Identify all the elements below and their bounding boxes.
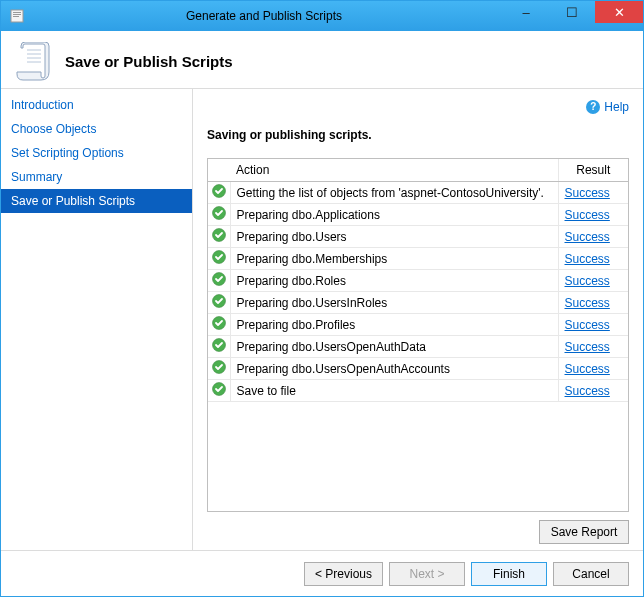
success-icon: [208, 226, 230, 248]
sidebar-item-1[interactable]: Choose Objects: [1, 117, 192, 141]
previous-button[interactable]: < Previous: [304, 562, 383, 586]
cancel-button[interactable]: Cancel: [553, 562, 629, 586]
action-cell: Preparing dbo.Users: [230, 226, 558, 248]
section-title: Saving or publishing scripts.: [207, 128, 629, 142]
col-icon: [208, 159, 230, 182]
success-icon: [208, 182, 230, 204]
result-cell[interactable]: Success: [558, 204, 628, 226]
sidebar-item-0[interactable]: Introduction: [1, 93, 192, 117]
action-cell: Preparing dbo.Memberships: [230, 248, 558, 270]
wizard-footer: < Previous Next > Finish Cancel: [1, 550, 643, 596]
result-cell[interactable]: Success: [558, 314, 628, 336]
window-title: Generate and Publish Scripts: [25, 9, 503, 23]
table-row: Preparing dbo.RolesSuccess: [208, 270, 628, 292]
result-cell[interactable]: Success: [558, 182, 628, 204]
app-icon: [9, 8, 25, 24]
col-result: Result: [558, 159, 628, 182]
page-title: Save or Publish Scripts: [65, 53, 233, 70]
success-icon: [208, 248, 230, 270]
table-row: Preparing dbo.ApplicationsSuccess: [208, 204, 628, 226]
results-table: Action Result Getting the list of object…: [207, 158, 629, 512]
svg-rect-2: [13, 14, 21, 15]
action-cell: Save to file: [230, 380, 558, 402]
main-panel: ? Help Saving or publishing scripts. Act…: [193, 89, 643, 550]
svg-rect-3: [13, 16, 19, 17]
sidebar-item-4[interactable]: Save or Publish Scripts: [1, 189, 192, 213]
result-cell[interactable]: Success: [558, 336, 628, 358]
table-row: Preparing dbo.UsersOpenAuthAccountsSucce…: [208, 358, 628, 380]
result-cell[interactable]: Success: [558, 380, 628, 402]
result-cell[interactable]: Success: [558, 358, 628, 380]
maximize-button[interactable]: ☐: [549, 1, 595, 23]
table-row: Preparing dbo.UsersSuccess: [208, 226, 628, 248]
table-row: Preparing dbo.MembershipsSuccess: [208, 248, 628, 270]
success-icon: [208, 292, 230, 314]
save-report-button[interactable]: Save Report: [539, 520, 629, 544]
table-row: Preparing dbo.UsersOpenAuthDataSuccess: [208, 336, 628, 358]
wizard-header: Save or Publish Scripts: [1, 31, 643, 89]
sidebar-item-3[interactable]: Summary: [1, 165, 192, 189]
action-cell: Preparing dbo.UsersInRoles: [230, 292, 558, 314]
action-cell: Preparing dbo.UsersOpenAuthData: [230, 336, 558, 358]
success-icon: [208, 314, 230, 336]
table-row: Preparing dbo.ProfilesSuccess: [208, 314, 628, 336]
help-icon: ?: [586, 100, 600, 114]
result-cell[interactable]: Success: [558, 270, 628, 292]
titlebar: Generate and Publish Scripts – ☐ ✕: [1, 1, 643, 31]
action-cell: Preparing dbo.Applications: [230, 204, 558, 226]
col-action: Action: [230, 159, 558, 182]
action-cell: Preparing dbo.Roles: [230, 270, 558, 292]
next-button: Next >: [389, 562, 465, 586]
sidebar-item-2[interactable]: Set Scripting Options: [1, 141, 192, 165]
table-row: Preparing dbo.UsersInRolesSuccess: [208, 292, 628, 314]
success-icon: [208, 204, 230, 226]
table-row: Getting the list of objects from 'aspnet…: [208, 182, 628, 204]
help-link[interactable]: ? Help: [586, 100, 629, 114]
window-controls: – ☐ ✕: [503, 1, 643, 31]
minimize-button[interactable]: –: [503, 1, 549, 23]
success-icon: [208, 336, 230, 358]
help-label: Help: [604, 100, 629, 114]
success-icon: [208, 380, 230, 402]
action-cell: Preparing dbo.UsersOpenAuthAccounts: [230, 358, 558, 380]
result-cell[interactable]: Success: [558, 248, 628, 270]
action-cell: Preparing dbo.Profiles: [230, 314, 558, 336]
result-cell[interactable]: Success: [558, 292, 628, 314]
finish-button[interactable]: Finish: [471, 562, 547, 586]
svg-rect-1: [13, 12, 21, 13]
table-row: Save to fileSuccess: [208, 380, 628, 402]
success-icon: [208, 358, 230, 380]
result-cell[interactable]: Success: [558, 226, 628, 248]
sidebar: IntroductionChoose ObjectsSet Scripting …: [1, 89, 193, 550]
script-scroll-icon: [15, 42, 51, 82]
wizard-body: IntroductionChoose ObjectsSet Scripting …: [1, 89, 643, 550]
success-icon: [208, 270, 230, 292]
action-cell: Getting the list of objects from 'aspnet…: [230, 182, 558, 204]
close-button[interactable]: ✕: [595, 1, 643, 23]
